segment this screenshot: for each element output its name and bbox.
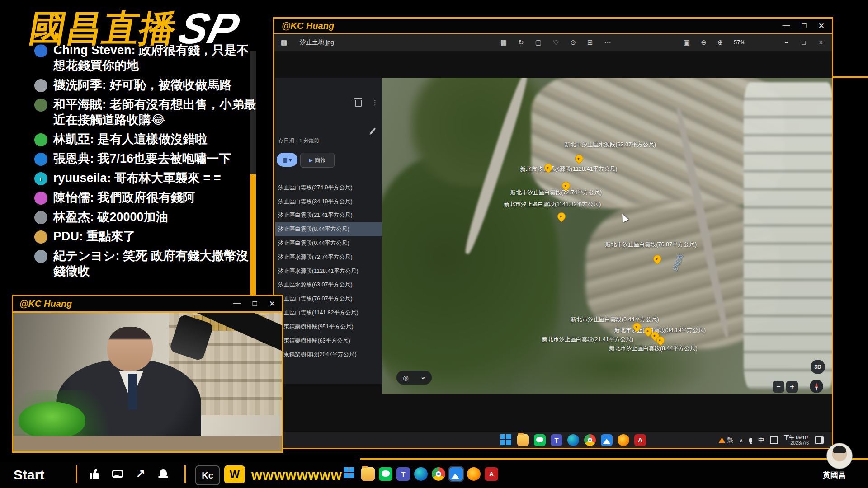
- zoom-in-icon[interactable]: ⊕: [717, 38, 723, 47]
- screen-share-titlebar[interactable]: @KC Huang — □ ✕: [274, 19, 832, 34]
- info-icon[interactable]: ⊙: [570, 38, 576, 47]
- acrobat-app-icon[interactable]: A: [485, 467, 498, 481]
- favorite-icon[interactable]: ♡: [553, 38, 559, 47]
- notification-icon[interactable]: [770, 436, 778, 444]
- windows-app-icon[interactable]: [344, 467, 357, 481]
- photos-toolbar: ▦ 汐止土地.jpg ▦↻▢♡⊙⊞⋯ ▣ ⊖ ⊕ 57% − □ ×: [274, 34, 832, 51]
- start-button[interactable]: Start: [14, 467, 44, 483]
- close-button[interactable]: ✕: [818, 21, 825, 31]
- edit-image-icon[interactable]: ▦: [500, 38, 507, 47]
- maximize-button[interactable]: □: [252, 299, 257, 309]
- line-app-icon[interactable]: [379, 467, 392, 481]
- photos-app-icon[interactable]: [449, 467, 463, 481]
- map-zoom-out-button[interactable]: −: [773, 381, 784, 393]
- parcel-list-item[interactable]: 汐止區白雲段(76.07平方公尺): [275, 292, 382, 306]
- minimize-button[interactable]: —: [233, 299, 241, 309]
- compass-icon[interactable]: [810, 380, 823, 393]
- share-icon[interactable]: ↗: [136, 469, 146, 479]
- minimize-button[interactable]: —: [782, 21, 790, 31]
- rotate-icon[interactable]: ↻: [518, 38, 524, 47]
- parcel-list-item[interactable]: 汐止區水源段(63.07平方公尺): [275, 278, 382, 292]
- share-icon[interactable]: ⊞: [587, 38, 593, 47]
- parcel-map-label: 新北市汐止區白雲段(76.07平方公尺): [574, 241, 728, 249]
- more-options-icon[interactable]: ⋮: [372, 99, 378, 107]
- teams-app-icon[interactable]: T: [396, 467, 410, 481]
- zoom-out-icon[interactable]: ⊖: [701, 38, 707, 47]
- parcel-list-item[interactable]: 汐止區白雲段(0.44平方公尺): [275, 236, 382, 250]
- line-app-icon[interactable]: [534, 434, 546, 446]
- weather-tray-item[interactable]: 熱: [719, 436, 733, 444]
- kc-badge[interactable]: Kc: [195, 465, 220, 485]
- view-dropdown-button[interactable]: ▤ ▾: [277, 153, 297, 167]
- close-button[interactable]: ✕: [269, 299, 275, 309]
- frame-line: [833, 76, 868, 78]
- gallery-icon[interactable]: ▦: [281, 38, 287, 47]
- map-pin-icon[interactable]: [556, 211, 567, 222]
- parcel-list-item[interactable]: 汐止區白雲段(1141.82平方公尺): [275, 306, 382, 320]
- parcel-list-item[interactable]: 汐止區白雲段(8.44平方公尺): [275, 222, 382, 236]
- firefox-app-icon[interactable]: [467, 467, 481, 481]
- bell-icon[interactable]: [158, 469, 168, 479]
- delete-icon[interactable]: ▢: [535, 38, 542, 47]
- acrobat-app-icon[interactable]: A: [634, 434, 646, 446]
- teams-app-icon[interactable]: T: [551, 434, 562, 446]
- stream-logo: 國昌直播SP: [30, 4, 238, 53]
- ime-indicator[interactable]: 中: [758, 436, 764, 444]
- comment-icon[interactable]: [112, 470, 123, 478]
- avatar: [34, 192, 47, 205]
- webcam-titlebar[interactable]: @KC Huang — □ ✕: [13, 296, 282, 313]
- parcel-map-label: 新北市汐止區白雲段(8.44平方公尺): [576, 345, 730, 352]
- chat-message: PDU: 重點來了: [34, 229, 259, 244]
- map-3d-button[interactable]: 3D: [811, 360, 825, 374]
- parcel-list-item[interactable]: 竹東鎮樂樹排段(951平方公尺): [275, 320, 382, 334]
- firefox-app-icon[interactable]: [618, 434, 629, 446]
- chat-message-text: PDU: 重點來了: [53, 230, 136, 243]
- more-icon[interactable]: ⋯: [604, 38, 611, 47]
- parcel-list-item[interactable]: 竹東鎮樂樹排段(2047平方公尺): [275, 348, 382, 362]
- app-minimize-button[interactable]: −: [784, 39, 788, 46]
- satellite-buildings: [744, 82, 832, 389]
- action-center-icon[interactable]: [815, 436, 824, 444]
- chrome-app-icon[interactable]: [584, 434, 596, 446]
- satellite-map[interactable]: 新北市汐止區水源段(63.07平方公尺)新北市汐止區水源段(1128.41平方公…: [382, 78, 832, 394]
- parcel-list-item[interactable]: 汐止區白雲段(21.41平方公尺): [275, 209, 382, 223]
- clock-time: 下午 09:07: [784, 435, 809, 440]
- explorer-app-icon[interactable]: [361, 467, 375, 481]
- parcel-list-item[interactable]: 汐止區水源段(72.74平方公尺): [275, 250, 382, 264]
- chat-message-text: 林盈杰: 破20000加油: [53, 210, 168, 224]
- maximize-button[interactable]: □: [802, 21, 806, 31]
- edit-pen-icon[interactable]: [370, 127, 376, 134]
- logo-sp-text: SP: [174, 4, 244, 53]
- shared-desktop-taskbar: TA 熱 ∧ 中 下午 09:07 2023/7/6: [274, 432, 832, 448]
- parcel-list-item[interactable]: 汐止區白雲段(274.9平方公尺): [275, 181, 382, 195]
- map-tools[interactable]: ◎ ≈: [396, 371, 432, 385]
- map-zoom-in-button[interactable]: +: [786, 381, 798, 393]
- chat-message-text: 林凱亞: 是有人這樣做沒錯啦: [53, 132, 208, 146]
- tray-chevron-icon[interactable]: ∧: [739, 437, 744, 444]
- app-maximize-button[interactable]: □: [802, 39, 805, 46]
- earth-places-panel: ⋮ 存日期：1 分鐘前 ▤ ▾ ▶ 簡報 汐止區白雲段(274.9平方公尺)汐止…: [275, 78, 382, 384]
- explorer-app-icon[interactable]: [517, 434, 529, 446]
- windows-app-icon[interactable]: [500, 434, 512, 446]
- app-close-button[interactable]: ×: [819, 39, 823, 46]
- avatar: [34, 99, 47, 112]
- tray-clock[interactable]: 下午 09:07 2023/7/6: [784, 435, 809, 446]
- like-icon[interactable]: [90, 469, 99, 479]
- edge-app-icon[interactable]: [414, 467, 428, 481]
- pen-tray-icon[interactable]: [749, 438, 752, 443]
- chat-message-text: 和平海賊: 老師有沒有想出售，小弟最近在接觸道路收購😂: [53, 98, 256, 127]
- w-badge[interactable]: W: [224, 465, 245, 483]
- chrome-app-icon[interactable]: [432, 467, 445, 481]
- route-icon[interactable]: ≈: [422, 374, 425, 381]
- parcel-list-item[interactable]: 汐止區水源段(1128.41平方公尺): [275, 264, 382, 278]
- present-button[interactable]: ▶ 簡報: [300, 153, 335, 168]
- parcel-list-item[interactable]: 汐止區白雲段(34.19平方公尺): [275, 195, 382, 209]
- chat-message-text: 張恩典: 我7/16也要去被咆嘯一下: [53, 152, 231, 165]
- speaker-tie: [128, 374, 137, 410]
- edge-app-icon[interactable]: [567, 434, 579, 446]
- parcel-list-item[interactable]: 竹東鎮樂樹排段(63平方公尺): [275, 334, 382, 348]
- fit-screen-icon[interactable]: ▣: [684, 38, 690, 47]
- delete-icon[interactable]: [355, 100, 362, 107]
- my-location-icon[interactable]: ◎: [403, 374, 409, 381]
- photos-app-icon[interactable]: [601, 434, 613, 446]
